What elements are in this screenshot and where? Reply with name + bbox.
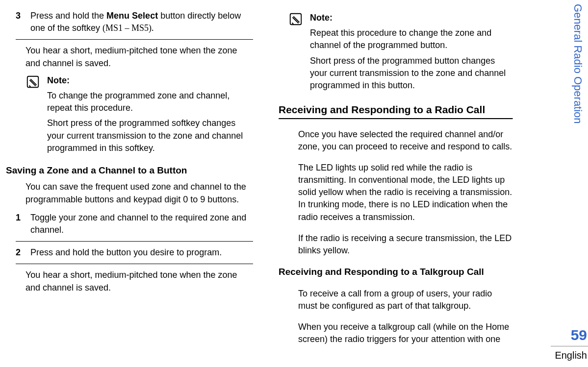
note-icon — [288, 12, 303, 26]
sub-heading-talkgroup: Receiving and Responding to a Talkgroup … — [279, 266, 513, 279]
main-heading-receiving: Receiving and Responding to a Radio Call — [279, 102, 513, 117]
note-body: Note: To change the programmed zone and … — [47, 74, 253, 157]
note-body: Note: Repeat this procedure to change th… — [310, 12, 513, 95]
step-1: 1 Toggle your zone and channel to the re… — [16, 212, 253, 236]
note-icon — [26, 74, 40, 89]
sub-heading-save-button: Saving a Zone and a Channel to a Button — [6, 164, 253, 177]
step-text: Press and hold the Menu Select button di… — [30, 10, 253, 34]
result-paragraph: You hear a short, medium-pitched tone wh… — [26, 269, 253, 294]
body-paragraph: To receive a call from a group of users,… — [298, 288, 513, 312]
note-block-1: Note: To change the programmed zone and … — [26, 74, 253, 157]
step-3: 3 Press and hold the Menu Select button … — [16, 10, 253, 34]
body-paragraph: The LED lights up solid red while the ra… — [298, 162, 513, 223]
heading-underline — [279, 118, 513, 120]
step-divider — [16, 39, 253, 40]
body-paragraph: If the radio is receiving a secure trans… — [298, 232, 513, 257]
note-paragraph: Repeat this procedure to change the zone… — [310, 27, 513, 51]
result-paragraph: You hear a short, medium-pitched tone wh… — [26, 45, 253, 69]
step-2: 2 Press and hold the button you desire t… — [16, 246, 253, 259]
note-block-2: Note: Repeat this procedure to change th… — [288, 12, 513, 95]
step-number: 2 — [16, 246, 24, 259]
step3-bold: Menu Select — [106, 11, 158, 21]
right-column: Note: Repeat this procedure to change th… — [266, 7, 526, 360]
left-column: 3 Press and hold the Menu Select button … — [6, 7, 266, 360]
step-number: 1 — [16, 212, 24, 236]
body-paragraph: Once you have selected the required chan… — [298, 128, 513, 153]
step-number: 3 — [16, 10, 24, 34]
section-label-vertical: General Radio Operation — [570, 4, 585, 124]
step3-text-a: Press and hold the — [30, 11, 106, 21]
step-divider — [16, 241, 253, 242]
body-paragraph: When you receive a talkgroup call (while… — [298, 321, 513, 345]
step-text: Toggle your zone and channel to the requ… — [30, 212, 253, 236]
step-divider — [16, 264, 253, 264]
note-paragraph: Short press of the programmed button cha… — [310, 55, 513, 92]
step-text: Press and hold the button you desire to … — [30, 246, 222, 259]
intro-paragraph: You can save the frequent used zone and … — [26, 181, 253, 205]
note-paragraph: Short press of the programmed softkey ch… — [47, 117, 253, 154]
page-number: 59 — [571, 325, 587, 345]
note-paragraph: To change the programmed zone and channe… — [47, 90, 253, 114]
note-title: Note: — [310, 12, 513, 24]
note-title: Note: — [47, 74, 253, 87]
document-page: 3 Press and hold the Menu Select button … — [0, 0, 588, 367]
step3-serif: (MS1 – MS5). — [102, 23, 154, 33]
language-label: English — [555, 348, 587, 362]
